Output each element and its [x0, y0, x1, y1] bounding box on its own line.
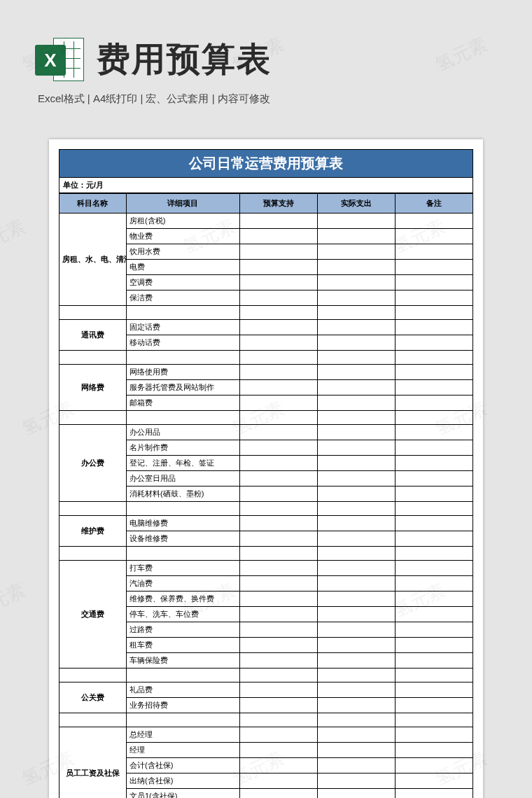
table-row: 房租、水、电、清洁费房租(含税): [59, 214, 473, 229]
value-cell: [239, 592, 317, 607]
spacer-row: [59, 411, 473, 425]
value-cell: [317, 244, 395, 260]
value-cell: [317, 592, 395, 607]
col-budget: 预算支持: [239, 194, 317, 214]
category-cell: 公关费: [59, 682, 127, 713]
value-cell: [317, 380, 395, 396]
table-row: 维护费电脑维修费: [59, 516, 473, 531]
category-cell: 交通费: [59, 561, 127, 668]
budget-table: 科目名称 详细项目 预算支持 实际支出 备注 房租、水、电、清洁费房租(含税)物…: [59, 193, 473, 798]
col-category: 科目名称: [59, 194, 127, 214]
value-cell: [317, 440, 395, 456]
value-cell: [317, 486, 395, 502]
watermark: 氢元素: [0, 578, 29, 623]
value-cell: [239, 320, 317, 335]
category-cell: 通讯费: [59, 320, 127, 351]
item-cell: 礼品费: [126, 682, 239, 698]
value-cell: [239, 396, 317, 411]
value-cell: [317, 396, 395, 411]
value-cell: [317, 758, 395, 774]
value-cell: [317, 774, 395, 789]
value-cell: [395, 440, 472, 456]
value-cell: [317, 561, 395, 576]
table-row: 员工工资及社保总经理: [59, 727, 473, 743]
value-cell: [317, 471, 395, 486]
value-cell: [395, 214, 472, 229]
value-cell: [395, 622, 472, 638]
item-cell: 办公用品: [126, 425, 239, 440]
value-cell: [239, 214, 317, 229]
value-cell: [395, 290, 472, 306]
value-cell: [317, 260, 395, 275]
value-cell: [239, 456, 317, 471]
item-cell: 车辆保险费: [126, 653, 239, 668]
value-cell: [395, 335, 472, 351]
value-cell: [395, 380, 472, 396]
value-cell: [317, 698, 395, 713]
item-cell: 移动话费: [126, 335, 239, 351]
value-cell: [239, 290, 317, 306]
item-cell: 总经理: [126, 727, 239, 743]
value-cell: [317, 682, 395, 698]
value-cell: [239, 727, 317, 743]
table-row: 交通费打车费: [59, 561, 473, 576]
item-cell: 打车费: [126, 561, 239, 576]
category-cell: 网络费: [59, 365, 127, 411]
value-cell: [395, 758, 472, 774]
value-cell: [395, 561, 472, 576]
value-cell: [317, 425, 395, 440]
value-cell: [395, 789, 472, 799]
col-actual: 实际支出: [317, 194, 395, 214]
excel-icon: X: [35, 35, 84, 84]
value-cell: [317, 290, 395, 306]
spacer-row: [59, 668, 473, 682]
category-cell: 办公费: [59, 425, 127, 502]
value-cell: [395, 516, 472, 531]
value-cell: [317, 229, 395, 244]
value-cell: [239, 653, 317, 668]
item-cell: 停车、洗车、车位费: [126, 607, 239, 622]
item-cell: 会计(含社保): [126, 758, 239, 774]
category-cell: 员工工资及社保: [59, 727, 127, 799]
value-cell: [317, 789, 395, 799]
item-cell: 消耗材料(硒鼓、墨粉): [126, 486, 239, 502]
value-cell: [395, 471, 472, 486]
value-cell: [395, 638, 472, 653]
value-cell: [239, 380, 317, 396]
spacer-row: [59, 713, 473, 727]
value-cell: [395, 486, 472, 502]
value-cell: [317, 607, 395, 622]
table-row: 通讯费固定话费: [59, 320, 473, 335]
spacer-row: [59, 306, 473, 320]
value-cell: [395, 531, 472, 547]
value-cell: [239, 758, 317, 774]
value-cell: [239, 638, 317, 653]
value-cell: [239, 244, 317, 260]
item-cell: 设备维修费: [126, 531, 239, 547]
value-cell: [317, 335, 395, 351]
item-cell: 服务器托管费及网站制作: [126, 380, 239, 396]
value-cell: [317, 653, 395, 668]
item-cell: 维修费、保养费、换件费: [126, 592, 239, 607]
value-cell: [317, 531, 395, 547]
value-cell: [239, 576, 317, 592]
value-cell: [395, 244, 472, 260]
item-cell: 汽油费: [126, 576, 239, 592]
table-row: 网络费网络使用费: [59, 365, 473, 380]
value-cell: [317, 365, 395, 380]
item-cell: 电脑维修费: [126, 516, 239, 531]
value-cell: [239, 260, 317, 275]
item-cell: 文员1(含社保): [126, 789, 239, 799]
value-cell: [239, 229, 317, 244]
value-cell: [395, 576, 472, 592]
value-cell: [239, 607, 317, 622]
value-cell: [317, 743, 395, 758]
value-cell: [317, 622, 395, 638]
col-item: 详细项目: [126, 194, 239, 214]
value-cell: [317, 516, 395, 531]
value-cell: [395, 365, 472, 380]
value-cell: [239, 743, 317, 758]
value-cell: [239, 698, 317, 713]
sheet-title: 公司日常运营费用预算表: [59, 149, 473, 178]
value-cell: [317, 576, 395, 592]
